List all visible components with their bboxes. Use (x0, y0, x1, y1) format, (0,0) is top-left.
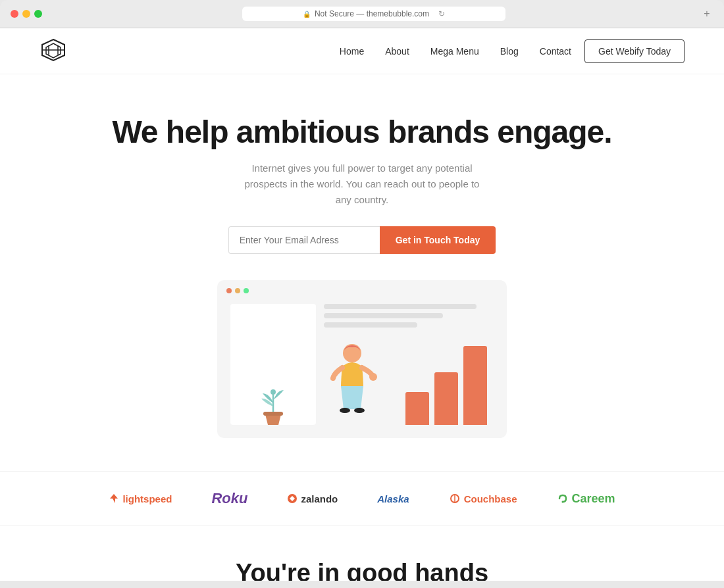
mock-content (324, 304, 494, 343)
lock-icon: 🔒 (303, 11, 311, 18)
bar-3 (463, 346, 487, 425)
person-illustration (323, 340, 382, 428)
mock-line-2 (324, 313, 443, 318)
dot-yellow (235, 288, 240, 293)
website-content: Home About Mega Menu Blog Contact Get We… (0, 28, 724, 581)
brand-roku: Roku (211, 490, 247, 507)
address-bar-wrapper: 🔒 Not Secure — themebubble.com ↻ (53, 7, 695, 21)
dot-red (226, 288, 232, 293)
nav-blog[interactable]: Blog (500, 46, 519, 57)
svg-rect-5 (263, 412, 283, 416)
hero-title: We help ambitious brands engage. (13, 114, 711, 150)
dot-green (244, 288, 249, 293)
svg-point-8 (369, 373, 377, 381)
new-tab-button[interactable]: + (700, 7, 713, 20)
nav-home[interactable]: Home (340, 46, 364, 57)
svg-point-10 (354, 408, 365, 413)
nav-contact[interactable]: Contact (540, 46, 571, 57)
close-button[interactable] (11, 10, 18, 18)
illustration-dots (226, 288, 249, 293)
brand-alaska: Alaska (377, 493, 409, 504)
svg-point-6 (271, 389, 276, 395)
nav-cta-button[interactable]: Get Webify Today (584, 39, 685, 63)
svg-point-9 (340, 408, 350, 413)
couchbase-icon (449, 494, 461, 503)
hero-form: Get in Touch Today (13, 226, 711, 254)
nav-links: Home About Mega Menu Blog Contact (340, 46, 571, 57)
svg-point-15 (561, 501, 563, 503)
logo[interactable] (39, 38, 67, 64)
address-text: Not Secure — themebubble.com (315, 9, 429, 18)
brand-zalando: zalando (287, 493, 338, 504)
careem-icon (557, 493, 569, 504)
hero-subtitle: Internet gives you full power to target … (237, 160, 487, 208)
nav-about[interactable]: About (385, 46, 409, 57)
browser-chrome: 🔒 Not Secure — themebubble.com ↻ + Home (0, 0, 724, 581)
bar-chart (405, 346, 487, 425)
good-hands-section: You're in good hands Fitst see how your … (0, 526, 724, 581)
brand-careem: Careem (557, 492, 615, 506)
address-bar[interactable]: 🔒 Not Secure — themebubble.com ↻ (242, 7, 505, 21)
traffic-lights (11, 10, 42, 18)
browser-titlebar: 🔒 Not Secure — themebubble.com ↻ + (0, 0, 724, 28)
good-hands-title: You're in good hands (13, 559, 711, 581)
reload-icon[interactable]: ↻ (438, 9, 445, 18)
nav-mega-menu[interactable]: Mega Menu (430, 46, 479, 57)
brand-couchbase: Couchbase (449, 493, 517, 504)
lightspeed-icon (109, 493, 119, 504)
plant-illustration (253, 374, 293, 429)
illustration-container (217, 280, 507, 438)
brands-section: lightspeed Roku zalando Alaska C (0, 471, 724, 526)
hero-illustration (13, 280, 711, 438)
bar-2 (434, 372, 458, 425)
mock-line-3 (324, 322, 417, 328)
mock-line-1 (324, 304, 477, 309)
hero-section: We help ambitious brands engage. Interne… (0, 74, 724, 464)
maximize-button[interactable] (34, 10, 42, 18)
email-input[interactable] (228, 226, 380, 254)
navigation: Home About Mega Menu Blog Contact Get We… (0, 28, 724, 74)
brand-lightspeed: lightspeed (109, 493, 172, 504)
zalando-icon (287, 493, 297, 504)
get-in-touch-button[interactable]: Get in Touch Today (380, 226, 496, 254)
bar-1 (405, 392, 429, 425)
minimize-button[interactable] (22, 10, 30, 18)
